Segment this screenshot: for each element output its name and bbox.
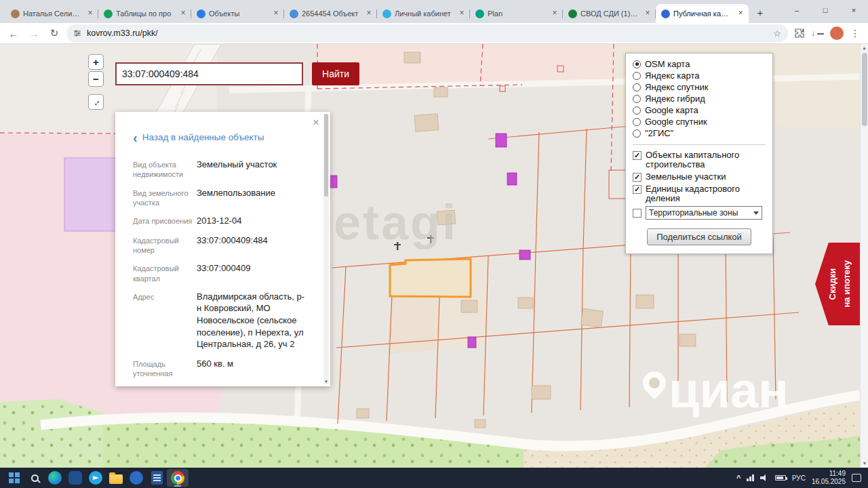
start-button[interactable] — [4, 469, 24, 487]
maximize-button[interactable]: □ — [811, 0, 840, 20]
ribbon-line-2: на ипотеку — [840, 260, 854, 308]
field-value: 33:07:000409 — [197, 262, 251, 283]
system-tray: ^ РУС 11:49 16.05.2025 — [736, 470, 864, 487]
browser-tab[interactable]: Личный кабинет × — [377, 4, 470, 23]
profile-avatar[interactable] — [830, 26, 844, 40]
page-scrollbar[interactable]: ▲ ▼ — [860, 44, 868, 468]
radio-icon[interactable] — [633, 60, 641, 68]
tab-close-icon[interactable]: × — [736, 9, 745, 18]
tab-close-icon[interactable]: × — [643, 9, 652, 18]
reload-button[interactable]: ↻ — [46, 25, 62, 41]
radio-icon[interactable] — [633, 83, 641, 92]
notification-center-icon[interactable] — [852, 474, 861, 482]
browser-tab[interactable]: 2654454 Объект × — [284, 4, 377, 23]
taskbar-app-navy[interactable] — [65, 469, 85, 487]
taskbar-app-blue[interactable] — [126, 469, 146, 487]
zoom-out-button[interactable]: − — [88, 71, 104, 87]
new-tab-button[interactable]: + — [751, 4, 769, 20]
tab-close-icon[interactable]: × — [271, 9, 281, 18]
minimize-button[interactable]: – — [783, 0, 811, 20]
url-text[interactable]: kovrov.m33.ru/pkk/ — [87, 28, 768, 38]
browser-menu-icon[interactable]: ⋮ — [848, 26, 863, 41]
taskbar-explorer[interactable] — [106, 469, 126, 487]
panel-close-icon[interactable]: × — [313, 116, 319, 129]
browser-tabstrip: Наталья Селиван × Таблицы по про × Объек… — [0, 0, 868, 23]
base-layer-option[interactable]: Google карта — [633, 104, 766, 116]
zoom-in-button[interactable]: + — [88, 54, 104, 70]
tab-close-icon[interactable]: × — [364, 9, 374, 18]
tab-close-icon[interactable]: × — [550, 9, 559, 18]
tab-favicon-icon — [104, 9, 113, 18]
radio-icon[interactable] — [633, 95, 641, 103]
browser-tab[interactable]: СВОД СДИ (1) (1) × — [563, 4, 656, 23]
territorial-zones-select[interactable]: Территориальные зоны — [646, 206, 762, 220]
tab-close-icon[interactable]: × — [178, 9, 188, 18]
selected-parcel[interactable] — [390, 259, 471, 297]
volume-icon[interactable] — [760, 474, 769, 481]
fullscreen-button[interactable]: ↔ — [88, 94, 104, 110]
overlay-layer-option[interactable]: Единицы кадастрового деления — [633, 184, 766, 203]
radio-icon[interactable] — [633, 106, 641, 115]
tab-close-icon[interactable]: × — [85, 9, 95, 18]
divider — [633, 144, 766, 145]
panel-scrollbar-thumb[interactable] — [324, 114, 328, 197]
share-link-button[interactable]: Поделиться ссылкой — [647, 228, 751, 245]
extensions-icon[interactable] — [792, 26, 807, 41]
taskbar-telegram[interactable] — [85, 469, 106, 487]
search-button[interactable]: Найти — [312, 62, 359, 85]
base-layer-option[interactable]: Яндекс спутник — [633, 81, 766, 93]
field-row: Вид земельного участка Землепользование — [133, 187, 307, 208]
address-bar[interactable]: kovrov.m33.ru/pkk/ ☆ — [66, 24, 788, 42]
taskbar-edge[interactable] — [45, 469, 65, 487]
panel-scroll-down-icon[interactable]: ▼ — [323, 379, 329, 384]
taskbar-chrome-active[interactable] — [167, 469, 189, 487]
radio-icon[interactable] — [633, 118, 641, 126]
language-indicator[interactable]: РУС — [792, 474, 806, 482]
radio-icon[interactable] — [633, 129, 641, 138]
taskbar-clock[interactable]: 11:49 16.05.2025 — [812, 470, 846, 487]
overlay-layer-option[interactable]: Объекты капитального строительства — [633, 150, 766, 169]
battery-icon[interactable] — [775, 475, 786, 481]
browser-tab[interactable]: Таблицы по про × — [98, 4, 191, 23]
parcel-fields: Вид объекта недвижимости Земельный участ… — [133, 159, 307, 386]
base-layer-option[interactable]: Яндекс карта — [633, 70, 766, 81]
scroll-down-icon[interactable]: ▼ — [861, 460, 868, 468]
radio-icon[interactable] — [633, 72, 641, 80]
checkbox-icon[interactable] — [633, 185, 642, 194]
base-layer-option[interactable]: "2ГИС" — [633, 127, 766, 139]
zones-selected-option: Территориальные зоны — [649, 208, 738, 218]
field-label: Адрес — [133, 291, 193, 350]
base-layer-option[interactable]: Яндекс гибрид — [633, 93, 766, 104]
browser-tab[interactable]: Наталья Селиван × — [5, 4, 98, 23]
browser-tab[interactable]: Публичная кадас × — [656, 4, 749, 23]
tab-close-icon[interactable]: × — [457, 9, 467, 18]
overlay-layer-option[interactable]: Земельные участки — [633, 172, 766, 182]
territorial-zones-checkbox[interactable] — [633, 209, 642, 218]
base-layer-option[interactable]: Google спутник — [633, 116, 766, 127]
taskbar-docs[interactable] — [146, 469, 167, 487]
back-to-results-link[interactable]: ‹ Назад в найденные объекты — [133, 132, 307, 142]
checkbox-icon[interactable] — [633, 151, 642, 160]
cadastral-search-input[interactable] — [115, 62, 303, 85]
close-window-button[interactable]: × — [840, 0, 868, 20]
back-button[interactable]: ← — [5, 25, 22, 41]
checkbox-icon[interactable] — [633, 173, 642, 182]
edge-icon — [48, 471, 62, 485]
browser-tab[interactable]: Объекты × — [191, 4, 284, 23]
page-scrollbar-thumb[interactable] — [862, 53, 867, 126]
base-layer-option[interactable]: OSM карта — [633, 58, 766, 70]
base-layer-label: Google карта — [645, 105, 698, 115]
downloads-icon[interactable]: ↓ — [811, 26, 826, 41]
panel-scrollbar[interactable]: ▼ — [323, 114, 329, 384]
site-info-icon[interactable] — [73, 29, 81, 37]
forward-button[interactable]: → — [26, 25, 42, 41]
browser-tab[interactable]: Plan × — [470, 4, 563, 23]
field-value: 33:07:000409:484 — [197, 235, 268, 256]
network-icon[interactable] — [747, 474, 754, 481]
scroll-up-icon[interactable]: ▲ — [861, 44, 868, 52]
hidden-icons-chevron[interactable]: ^ — [736, 474, 741, 482]
taskbar-search-button[interactable] — [24, 469, 45, 487]
screen: Наталья Селиван × Таблицы по про × Объек… — [0, 0, 868, 488]
dropdown-arrow-icon — [753, 211, 759, 215]
bookmark-star-icon[interactable]: ☆ — [773, 28, 781, 39]
